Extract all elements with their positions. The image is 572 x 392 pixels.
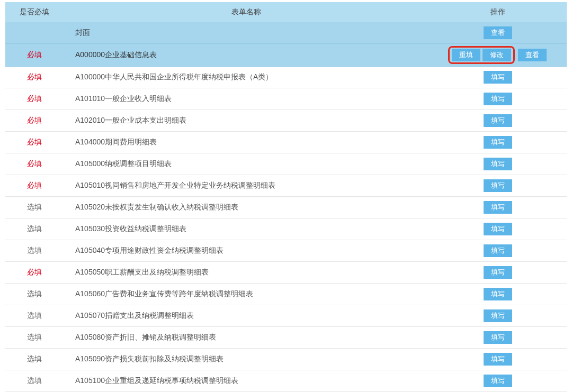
required-cell: 必填 [5, 153, 64, 175]
actions-cell: 查看 [429, 22, 567, 44]
col-header-required: 是否必填 [5, 2, 64, 22]
col-header-actions: 操作 [429, 2, 567, 22]
form-name-cell: A105040专项用途财政性资金纳税调整明细表 [64, 240, 429, 262]
required-cell: 必填 [5, 110, 64, 132]
fill-button[interactable]: 填写 [484, 136, 512, 149]
form-name-cell: A105050职工薪酬支出及纳税调整明细表 [64, 262, 429, 284]
table-row: 必填A100000中华人民共和国企业所得税年度纳税申报表（A类）填写 [5, 67, 567, 88]
required-cell: 选填 [5, 284, 64, 305]
actions-cell: 填写 [429, 327, 567, 349]
required-cell: 必填 [5, 67, 64, 88]
table-row: 选填A105020未按权责发生制确认收入纳税调整明细表填写 [5, 197, 567, 218]
fill-button[interactable]: 填写 [484, 288, 512, 300]
actions-cell: 填写 [429, 370, 567, 392]
col-header-name: 表单名称 [64, 2, 429, 22]
table-row: 选填A105060广告费和业务宣传费等跨年度纳税调整明细表填写 [5, 284, 567, 305]
required-cell: 选填 [5, 305, 64, 327]
required-cell: 选填 [5, 327, 64, 349]
required-cell: 选填 [5, 370, 64, 392]
required-cell: 选填 [5, 218, 64, 240]
required-cell: 选填 [5, 349, 64, 370]
required-cell: 必填 [5, 88, 64, 110]
required-cell: 必填 [5, 132, 64, 153]
form-name-cell: A104000期间费用明细表 [64, 132, 429, 153]
fill-button[interactable]: 填写 [484, 244, 512, 257]
actions-cell: 填写 [429, 240, 567, 262]
actions-cell: 填写 [429, 110, 567, 132]
actions-cell: 填写 [429, 132, 567, 153]
table-header-row: 是否必填 表单名称 操作 [5, 2, 567, 22]
actions-cell: 填写 [429, 284, 567, 305]
table-row: 必填A104000期间费用明细表填写 [5, 132, 567, 153]
required-cell: 必填 [5, 262, 64, 284]
forms-table: 是否必填 表单名称 操作 封面查看必填A000000企业基础信息表重填修改 查看… [5, 2, 567, 392]
form-name-cell: A105080资产折旧、摊销及纳税调整明细表 [64, 327, 429, 349]
modify-button[interactable]: 修改 [482, 49, 511, 61]
fill-button[interactable]: 填写 [484, 114, 512, 127]
required-cell: 必填 [5, 44, 64, 67]
table-row: 必填A105050职工薪酬支出及纳税调整明细表填写 [5, 262, 567, 284]
actions-cell: 填写 [429, 88, 567, 110]
form-name-cell: 封面 [64, 22, 429, 44]
actions-cell: 填写 [429, 153, 567, 175]
fill-button[interactable]: 填写 [484, 266, 512, 279]
actions-cell: 填写 [429, 197, 567, 218]
table-row: 选填A105080资产折旧、摊销及纳税调整明细表填写 [5, 327, 567, 349]
required-cell: 选填 [5, 240, 64, 262]
fill-button[interactable]: 填写 [484, 93, 512, 105]
table-row: 选填A105070捐赠支出及纳税调整明细表填写 [5, 305, 567, 327]
required-cell [5, 22, 64, 44]
required-cell: 选填 [5, 197, 64, 218]
table-row: 必填A000000企业基础信息表重填修改 查看 [5, 44, 567, 67]
form-name-cell: A105060广告费和业务宣传费等跨年度纳税调整明细表 [64, 284, 429, 305]
table-row: 选填A105040专项用途财政性资金纳税调整明细表填写 [5, 240, 567, 262]
refill-button[interactable]: 重填 [452, 49, 480, 61]
view-button[interactable]: 查看 [484, 26, 512, 39]
actions-cell: 填写 [429, 349, 567, 370]
highlight-annotation: 重填修改 [448, 46, 515, 64]
fill-button[interactable]: 填写 [484, 201, 512, 214]
form-name-cell: A105000纳税调整项目明细表 [64, 153, 429, 175]
table-row: 选填A105090资产损失税前扣除及纳税调整明细表填写 [5, 349, 567, 370]
fill-button[interactable]: 填写 [484, 223, 512, 235]
table-row: 封面查看 [5, 22, 567, 44]
fill-button[interactable]: 填写 [484, 158, 512, 170]
actions-cell: 重填修改 查看 [429, 44, 567, 67]
form-name-cell: A105020未按权责发生制确认收入纳税调整明细表 [64, 197, 429, 218]
table-row: 选填A105100企业重组及递延纳税事项纳税调整明细表填写 [5, 370, 567, 392]
form-name-cell: A105100企业重组及递延纳税事项纳税调整明细表 [64, 370, 429, 392]
form-name-cell: A102010一般企业成本支出明细表 [64, 110, 429, 132]
actions-cell: 填写 [429, 218, 567, 240]
fill-button[interactable]: 填写 [484, 309, 512, 322]
table-row: 必填A105000纳税调整项目明细表填写 [5, 153, 567, 175]
actions-cell: 填写 [429, 67, 567, 88]
required-cell: 必填 [5, 175, 64, 197]
form-name-cell: A105090资产损失税前扣除及纳税调整明细表 [64, 349, 429, 370]
form-name-cell: A105030投资收益纳税调整明细表 [64, 218, 429, 240]
form-name-cell: A105070捐赠支出及纳税调整明细表 [64, 305, 429, 327]
table-row: 必填A102010一般企业成本支出明细表填写 [5, 110, 567, 132]
form-name-cell: A101010一般企业收入明细表 [64, 88, 429, 110]
fill-button[interactable]: 填写 [484, 71, 512, 84]
actions-cell: 填写 [429, 305, 567, 327]
form-name-cell: A100000中华人民共和国企业所得税年度纳税申报表（A类） [64, 67, 429, 88]
view-button[interactable]: 查看 [518, 49, 547, 61]
fill-button[interactable]: 填写 [484, 353, 512, 366]
fill-button[interactable]: 填写 [484, 179, 512, 192]
actions-cell: 填写 [429, 175, 567, 197]
table-row: 选填A105030投资收益纳税调整明细表填写 [5, 218, 567, 240]
actions-cell: 填写 [429, 262, 567, 284]
table-row: 必填A101010一般企业收入明细表填写 [5, 88, 567, 110]
form-name-cell: A000000企业基础信息表 [64, 44, 429, 67]
form-name-cell: A105010视同销售和房地产开发企业特定业务纳税调整明细表 [64, 175, 429, 197]
fill-button[interactable]: 填写 [484, 331, 512, 344]
fill-button[interactable]: 填写 [484, 375, 512, 387]
table-row: 必填A105010视同销售和房地产开发企业特定业务纳税调整明细表填写 [5, 175, 567, 197]
